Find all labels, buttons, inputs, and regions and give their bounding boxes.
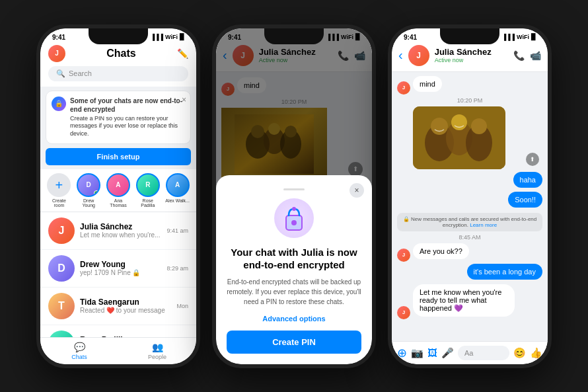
alex-avatar: A (166, 173, 190, 197)
edit-icon[interactable]: ✏️ (177, 48, 188, 59)
svg-point-16 (451, 114, 467, 130)
stories-row: + Create room D Drew Young A Ana Thomas (40, 169, 196, 212)
phone-screen-2: 9:41 ▐▐▐ WiFi ▉ ‹ J Julia Sánchez Active… (216, 28, 372, 364)
chats-tab-icon: 💬 (74, 342, 85, 352)
search-icon: 🔍 (56, 69, 65, 78)
sent-msg-longday: it's been a long day (397, 264, 542, 282)
battery-icon: ▉ (531, 34, 536, 40)
story-item-create[interactable]: + Create room (47, 173, 71, 208)
chat-item-tida[interactable]: T Tida Saengarun Reacted ❤️ to your mess… (40, 288, 196, 325)
banner-text: Some of your chats are now end-to-end en… (70, 97, 185, 138)
chat-item-drew[interactable]: D Drew Young yep! 1709 N Pine 🔒 8:29 am (40, 250, 196, 288)
contact-status-3: Active now (435, 57, 508, 63)
received-msg-letme: J Let me know when you're ready to tell … (397, 284, 542, 319)
close-icon[interactable]: × (182, 95, 186, 104)
contact-avatar-3: J (408, 45, 429, 66)
signal-icon: ▐▐▐ (502, 34, 515, 40)
user-avatar[interactable]: J (48, 45, 65, 62)
timestamp-845: 8:45 AM (397, 234, 542, 241)
chat-info-tida: Tida Saengarun Reacted ❤️ to your messag… (80, 297, 171, 314)
chat-preview: yep! 1709 N Pine 🔒 (80, 269, 161, 276)
encryption-modal-overlay: × Your chat with Julia is now end-to-end… (216, 28, 372, 364)
phone-call-button-3[interactable]: 📞 (513, 50, 525, 61)
chat-time: Mon (176, 303, 188, 309)
tab-chats[interactable]: 💬 Chats (40, 342, 118, 360)
mic-button[interactable]: 🎤 (441, 347, 454, 359)
status-icons-3: ▐▐▐ WiFi ▉ (502, 34, 536, 40)
video-call-button-3[interactable]: 📹 (530, 50, 541, 61)
chat-time: 8:29 am (166, 265, 188, 272)
chat-name: Julia Sánchez (80, 222, 161, 231)
chat-item-julia[interactable]: J Julia Sánchez Let me know when you're.… (40, 212, 196, 250)
svg-point-15 (431, 118, 448, 135)
story-name: Ana Thomas (106, 198, 131, 208)
finish-setup-button[interactable]: Finish setup (46, 148, 191, 165)
chat-preview: Reacted ❤️ to your message (80, 307, 171, 314)
message-areok: Are you ok?? (413, 243, 469, 259)
timestamp-1020: 10:20 PM (397, 97, 542, 104)
wifi-icon: WiFi (165, 34, 178, 40)
input-placeholder: Aa (464, 349, 473, 357)
story-item-drew[interactable]: D Drew Young (77, 173, 101, 208)
chat-info-julia: Julia Sánchez Let me know when you're... (80, 222, 161, 239)
message-bubble-mind: mind (413, 76, 442, 92)
share-icon-3: ⬆ (530, 156, 535, 163)
story-item-rose[interactable]: R Rose Padilla (135, 173, 160, 208)
add-button[interactable]: ⊕ (397, 346, 407, 360)
phone-chat-modal: 9:41 ▐▐▐ WiFi ▉ ‹ J Julia Sánchez Active… (212, 24, 376, 368)
share-button-3[interactable]: ⬆ (526, 153, 539, 166)
encryption-banner: 🔒 Some of your chats are now end-to-end … (46, 91, 191, 144)
phone-notch (89, 28, 148, 44)
phone-notch-2 (264, 28, 324, 44)
people-tab-icon: 👥 (152, 342, 163, 352)
advanced-options-button[interactable]: Advanced options (227, 315, 361, 323)
message-haha: haha (513, 172, 542, 188)
svg-point-9 (291, 220, 297, 225)
chats-title: Chats (65, 48, 177, 59)
learn-more-link[interactable]: Learn more (470, 222, 497, 228)
banner-title: Some of your chats are now end-to-end en… (70, 97, 185, 114)
message-letme: Let me know when you're ready to tell me… (413, 284, 515, 317)
modal-close-button[interactable]: × (349, 183, 364, 198)
message-longday: it's been a long day (467, 264, 542, 280)
phone-screen-1: 9:41 ▐▐▐ WiFi ▉ J Chats ✏️ 🔍 (40, 28, 196, 364)
emoji-button[interactable]: 😊 (513, 347, 526, 359)
chats-tab-label: Chats (71, 354, 87, 360)
status-time-3: 9:41 (404, 34, 417, 41)
modal-title: Your chat with Julia is now end-to-end e… (227, 246, 361, 272)
people-tab-label: People (148, 354, 166, 360)
chat-input-bar: ⊕ 📷 🖼 🎤 Aa 😊 👍 (392, 341, 548, 364)
story-item-ana[interactable]: A Ana Thomas (106, 173, 131, 208)
chat-name: Tida Saengarun (80, 297, 171, 307)
thumbs-up-button[interactable]: 👍 (530, 347, 542, 359)
encryption-notice: 🔒 New messages and calls are secured wit… (397, 213, 542, 231)
story-name: Drew Young (77, 198, 101, 208)
banner-description: Create a PIN so you can restore your mes… (70, 115, 185, 138)
modal-handle (283, 188, 305, 190)
camera-button[interactable]: 📷 (411, 347, 423, 359)
phone-notch-3 (440, 28, 499, 44)
message-input[interactable]: Aa (458, 346, 509, 360)
image-button[interactable]: 🖼 (427, 347, 437, 358)
contact-name-3: Julia Sánchez (435, 47, 508, 57)
search-bar[interactable]: 🔍 Search (48, 66, 188, 81)
tab-people[interactable]: 👥 People (118, 342, 196, 360)
message-area-3: J mind 10:20 PM (392, 72, 548, 348)
story-label: Create room (47, 198, 71, 208)
svg-point-10 (292, 207, 296, 211)
chat-header-3: ‹ J Julia Sánchez Active now 📞 📹 (392, 42, 548, 72)
signal-icon: ▐▐▐ (151, 34, 163, 40)
phone-screen-3: 9:41 ▐▐▐ WiFi ▉ ‹ J Julia Sánchez Active… (392, 28, 548, 364)
status-time-1: 9:41 (52, 34, 65, 41)
search-placeholder: Search (69, 69, 92, 77)
create-pin-button[interactable]: Create PIN (227, 331, 361, 354)
back-button-3[interactable]: ‹ (398, 48, 403, 63)
drew-chat-avatar: D (48, 255, 75, 282)
sent-msg-haha: haha (397, 172, 542, 190)
story-item-alex[interactable]: A Alex Walk... (165, 173, 190, 208)
status-icons-1: ▐▐▐ WiFi ▉ (151, 34, 184, 40)
chats-header: J Chats ✏️ 🔍 Search (40, 42, 196, 87)
svg-point-17 (471, 118, 487, 134)
chat-preview: Let me know when you're... (80, 231, 161, 239)
chat-header-info-3: Julia Sánchez Active now (435, 47, 508, 63)
